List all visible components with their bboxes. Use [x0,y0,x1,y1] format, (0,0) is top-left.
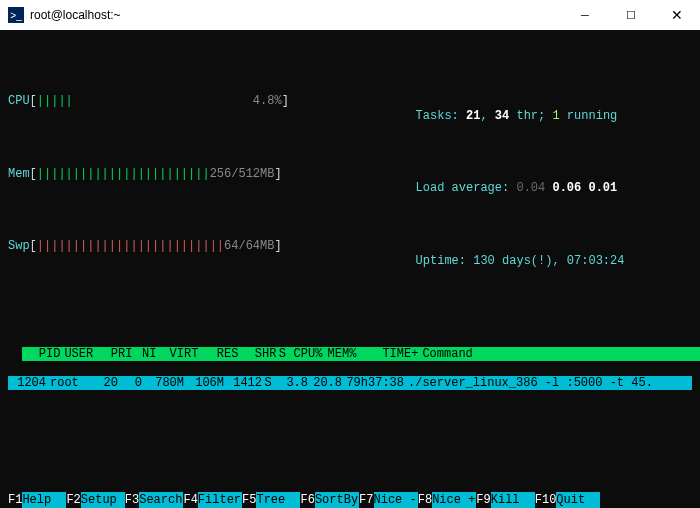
swp-meter-bar: [||||||||||||||||||||||||||64/64MB] [30,239,282,283]
window-title: root@localhost:~ [30,8,562,22]
minimize-button[interactable]: ─ [562,0,608,30]
loadavg-label: Load average: [416,181,517,195]
terminal-output[interactable]: CPU[||||| 4.8%] Tasks: 21, 34 thr; 1 run… [0,30,700,405]
close-button[interactable]: ✕ [654,0,700,30]
tasks-value: 21 [466,109,480,123]
swp-meter-label: Swp [8,239,30,283]
uptime-label: Uptime: [416,254,474,268]
table-row[interactable]: 1234root200780M106M1412S2.420.814h04:37.… [692,376,700,391]
mem-meter-label: Mem [8,167,30,211]
footer-key[interactable]: F9Kill [476,492,534,508]
footer-key[interactable]: F3Search [125,492,184,508]
window-titlebar[interactable]: >_ root@localhost:~ ─ ☐ ✕ [0,0,700,30]
table-row[interactable]: 1204root200780M106M1412S3.820.879h37:38.… [8,376,692,391]
cpu-meter-label: CPU [8,94,30,138]
window-controls: ─ ☐ ✕ [562,0,700,30]
process-table-body: 1204root200780M106M1412S3.820.879h37:38.… [8,376,692,391]
footer-key[interactable]: F7Nice - [359,492,418,508]
footer-key[interactable]: F8Nice + [418,492,477,508]
footer-key[interactable]: F1Help [8,492,66,508]
powershell-icon: >_ [8,7,24,23]
process-table-header[interactable]: PIDUSERPRINIVIRTRESSHRSCPU%MEM%TIME+Comm… [22,347,700,362]
cpu-meter-bar: [||||| 4.8%] [30,94,289,138]
footer-key[interactable]: F6SortBy [300,492,359,508]
footer-key[interactable]: F4Filter [183,492,242,508]
footer-key[interactable]: F2Setup [66,492,124,508]
htop-meters: CPU[||||| 4.8%] Tasks: 21, 34 thr; 1 run… [8,65,692,312]
maximize-button[interactable]: ☐ [608,0,654,30]
mem-meter-bar: [||||||||||||||||||||||||256/512MB] [30,167,282,211]
uptime-value: 130 days(!), 07:03:24 [473,254,624,268]
footer-key[interactable]: F5Tree [242,492,300,508]
footer-key[interactable]: F10Quit [535,492,601,508]
tasks-label: Tasks: [416,109,466,123]
htop-footer: F1Help F2Setup F3SearchF4FilterF5Tree F6… [0,492,700,508]
